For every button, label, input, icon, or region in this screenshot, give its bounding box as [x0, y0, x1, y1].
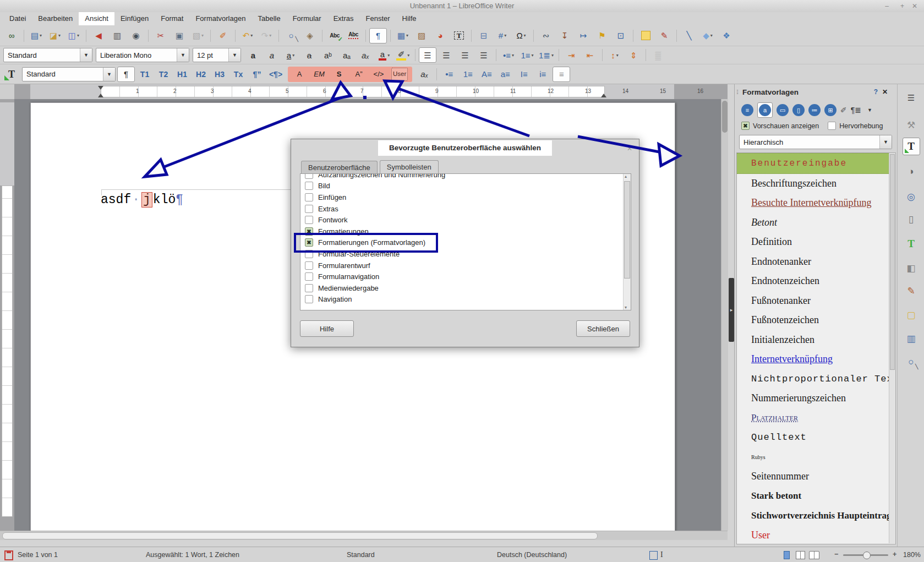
ordered-list-icon[interactable]: 1≡▾: [518, 47, 536, 63]
navigator-icon[interactable]: ◈: [301, 28, 319, 43]
heading3-style-button[interactable]: H3: [211, 67, 228, 82]
toolbar-list-item[interactable]: Formatierungen (Formatvorlagen): [300, 237, 624, 249]
source-text-style-button[interactable]: </>: [371, 68, 386, 81]
style-entry[interactable]: Seitennummer: [737, 467, 895, 487]
style-entry[interactable]: Endnotenanker: [737, 252, 895, 272]
comments-deck-icon[interactable]: ▢: [903, 307, 920, 323]
first-line-indent-marker[interactable]: [98, 86, 103, 90]
preformatted-style-button[interactable]: <¶>: [267, 67, 285, 82]
user-style-button[interactable]: User: [391, 68, 408, 81]
menu-tabelle[interactable]: Tabelle: [251, 12, 286, 25]
maximize-icon[interactable]: +: [900, 0, 904, 12]
menu-datei[interactable]: Datei: [3, 12, 32, 25]
style-entry[interactable]: Internetverknüpfung: [737, 350, 895, 369]
scrollbar-thumb[interactable]: [624, 181, 630, 279]
emphasis-style-button[interactable]: A: [292, 68, 307, 81]
sidebar-grip-icon[interactable]: ⁞⁞: [736, 89, 737, 95]
selected-character[interactable]: j: [141, 192, 152, 208]
insert-bookmark-icon[interactable]: ⚑: [593, 28, 611, 43]
dropdown-arrow-icon[interactable]: ▼: [867, 107, 872, 113]
increase-indent-icon[interactable]: ⇥: [562, 47, 580, 63]
styles-toolbar-style-select[interactable]: Standard ▼: [22, 67, 116, 81]
character-styles-icon[interactable]: a: [759, 104, 771, 116]
strikethrough-icon[interactable]: a: [300, 47, 318, 63]
insert-table-icon[interactable]: ▦▾: [394, 28, 412, 43]
style-inspector-deck-icon[interactable]: T: [903, 236, 920, 252]
insert-footnote-icon[interactable]: ↧: [556, 28, 573, 43]
style-entry[interactable]: Initialenzeichen: [737, 330, 895, 350]
show-draw-functions-icon[interactable]: ❖: [718, 28, 735, 43]
insert-cross-reference-icon[interactable]: ⊡: [612, 28, 630, 43]
underline-icon[interactable]: a▾: [282, 47, 299, 63]
insert-comment-icon[interactable]: [637, 28, 654, 43]
title-style-button[interactable]: T1: [136, 67, 154, 82]
document-text[interactable]: asdf·jklö¶: [101, 192, 183, 208]
print-preview-icon[interactable]: ◉: [127, 28, 145, 43]
insert-deck-icon[interactable]: ▥: [903, 330, 920, 347]
checkbox[interactable]: [305, 174, 313, 179]
style-entry[interactable]: Stark betont: [737, 487, 895, 506]
toolbar-list-item[interactable]: Navigation: [300, 294, 624, 305]
toolbar-list-item[interactable]: Formularentwurf: [300, 260, 624, 271]
checkbox[interactable]: [305, 216, 313, 224]
align-right-icon[interactable]: ☰: [456, 47, 474, 63]
zoom-in-icon[interactable]: +: [893, 550, 896, 558]
style-entry[interactable]: Besuchte Internetverknüpfung: [737, 193, 895, 213]
default-paragraph-style-button[interactable]: ¶: [117, 67, 135, 82]
line-spacing-icon[interactable]: ↕▾: [606, 47, 624, 63]
insert-chart-icon[interactable]: ◕: [431, 28, 449, 43]
dialog-close-icon[interactable]: ✕: [627, 145, 632, 152]
spelling-icon[interactable]: Abc: [326, 28, 343, 43]
dropdown-arrow-icon[interactable]: ▾: [406, 33, 408, 38]
checkbox[interactable]: [305, 284, 313, 292]
gallery-deck-icon[interactable]: ◑: [903, 163, 920, 180]
dropdown-arrow-icon[interactable]: ▾: [710, 33, 713, 38]
manage-changes-deck-icon[interactable]: ◧: [903, 260, 920, 276]
toolbar-list-item[interactable]: Einfügen: [300, 192, 624, 203]
undo-icon[interactable]: ↶▾: [239, 28, 256, 43]
zoom-slider-thumb[interactable]: [863, 552, 871, 559]
style-filter-select[interactable]: Hierarchisch ▼: [739, 135, 892, 149]
align-left-icon[interactable]: ☰: [419, 47, 436, 63]
zoom-percentage[interactable]: 180%: [903, 551, 921, 559]
right-indent-marker[interactable]: [601, 94, 606, 97]
upper-alpha-list-style-button[interactable]: A≡: [478, 67, 495, 82]
scrollbar-thumb[interactable]: [2, 532, 598, 539]
track-changes-icon[interactable]: ✎: [655, 28, 673, 43]
auto-spellcheck-icon[interactable]: Abc: [345, 28, 362, 43]
menu-extras[interactable]: Extras: [327, 12, 360, 25]
insert-textbox-icon[interactable]: T: [450, 28, 468, 43]
save-icon[interactable]: ◫▾: [65, 28, 83, 43]
menu-formatvorlagen[interactable]: Formatvorlagen: [189, 12, 251, 25]
checkbox[interactable]: [305, 193, 313, 201]
sidebar-close-icon[interactable]: ✕: [882, 88, 888, 96]
insert-page-break-icon[interactable]: ⊟: [475, 28, 493, 43]
find-icon[interactable]: ∞: [3, 28, 20, 43]
lower-alpha-list-style-button[interactable]: a≡: [496, 67, 514, 82]
table-styles-icon[interactable]: ⊞: [824, 104, 836, 116]
paragraph-styles-icon[interactable]: ≡: [741, 104, 753, 116]
dropdown-arrow-icon[interactable]: ▾: [58, 33, 61, 38]
copy-icon[interactable]: ▣: [171, 28, 188, 43]
style-entry[interactable]: Endnotenzeichen: [737, 271, 895, 291]
chevron-down-icon[interactable]: ▼: [228, 48, 240, 62]
decrease-indent-icon[interactable]: ⇤: [581, 47, 599, 63]
print-icon[interactable]: ▥: [108, 28, 126, 43]
font-color-icon[interactable]: a▾: [375, 47, 393, 63]
chevron-down-icon[interactable]: ▼: [879, 135, 892, 149]
insert-field-icon[interactable]: #▾: [494, 28, 511, 43]
checkbox[interactable]: [305, 205, 313, 213]
fill-format-mode-icon[interactable]: ✐: [840, 104, 847, 116]
cut-icon[interactable]: ✂: [152, 28, 170, 43]
previews-checkbox[interactable]: [741, 122, 750, 130]
multi-page-view-icon[interactable]: [796, 551, 805, 559]
frame-styles-icon[interactable]: ▭: [777, 104, 789, 116]
paragraph-spacing-icon[interactable]: ⇕: [625, 47, 642, 63]
subscript-icon[interactable]: aₐ: [338, 47, 356, 63]
toolbar-list-item[interactable]: Fontwork: [300, 214, 624, 226]
style-entry[interactable]: Stichwortverzeichnis Haupteintrag: [737, 506, 895, 526]
style-entry[interactable]: Definition: [737, 232, 895, 252]
zoom-out-icon[interactable]: −: [834, 550, 838, 558]
dropdown-arrow-icon[interactable]: ▾: [40, 33, 42, 38]
previews-checkbox-row[interactable]: Vorschauen anzeigen: [741, 122, 819, 130]
